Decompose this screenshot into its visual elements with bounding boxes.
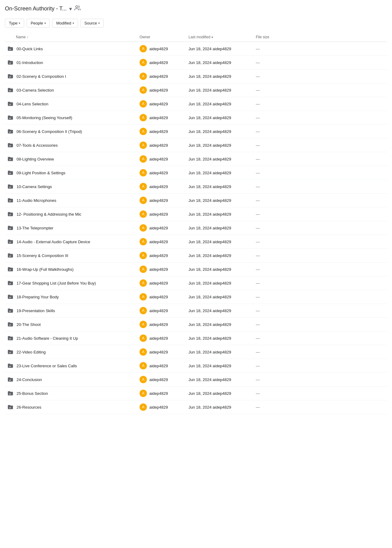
owner-cell: A aidep4829 (140, 142, 189, 149)
table-row[interactable]: 19-Presentation Skills A aidep4829 Jun 1… (5, 304, 387, 318)
table-row[interactable]: 24-Conclusion A aidep4829 Jun 18, 2024 a… (5, 373, 387, 387)
modified-cell: Jun 18, 2024 aidep4829 (189, 143, 256, 148)
owner-name: aidep4829 (149, 198, 168, 203)
table-row[interactable]: 17-Gear Shopping List (Just Before You B… (5, 276, 387, 290)
svg-point-40 (10, 311, 11, 311)
source-filter[interactable]: Source ▾ (80, 19, 104, 28)
avatar: A (140, 142, 147, 149)
table-row[interactable]: 05-Monitoring (Seeing Yourself) A aidep4… (5, 111, 387, 125)
table-row[interactable]: 13-The Teleprompter A aidep4829 Jun 18, … (5, 221, 387, 235)
name-column-header[interactable]: Name ↑ (5, 35, 140, 39)
folder-icon (7, 294, 13, 300)
avatar: A (140, 183, 147, 190)
file-name-cell: 10-Camera Settings (5, 183, 140, 190)
modified-cell: Jun 18, 2024 aidep4829 (189, 281, 256, 285)
svg-point-29 (9, 242, 10, 242)
svg-point-28 (10, 228, 11, 229)
modified-filter[interactable]: Modified ▾ (52, 19, 78, 28)
owner-cell: A aidep4829 (140, 210, 189, 218)
svg-point-14 (10, 131, 11, 132)
table-row[interactable]: 08-Lighting Overview A aidep4829 Jun 18,… (5, 152, 387, 166)
file-name-cell: 01-Introduction (5, 59, 140, 66)
size-cell: — (256, 143, 286, 148)
table-row[interactable]: 15-Scenery & Composition III A aidep4829… (5, 249, 387, 263)
table-row[interactable]: 00-Quick Links A aidep4829 Jun 18, 2024 … (5, 42, 387, 56)
owner-cell: A aidep4829 (140, 155, 189, 163)
owner-name: aidep4829 (149, 377, 168, 382)
folder-icon (7, 73, 13, 79)
table-row[interactable]: 10-Camera Settings A aidep4829 Jun 18, 2… (5, 180, 387, 194)
modified-cell: Jun 18, 2024 aidep4829 (189, 198, 256, 203)
modified-cell: Jun 18, 2024 aidep4829 (189, 157, 256, 161)
folder-icon (7, 46, 13, 52)
table-row[interactable]: 03-Camera Selection A aidep4829 Jun 18, … (5, 83, 387, 97)
file-name-cell: 08-Lighting Overview (5, 156, 140, 162)
svg-point-37 (9, 297, 10, 297)
table-row[interactable]: 18-Preparing Your Body A aidep4829 Jun 1… (5, 290, 387, 304)
avatar: A (140, 266, 147, 273)
table-row[interactable]: 23-Live Conference or Sales Calls A aide… (5, 359, 387, 373)
avatar: A (140, 128, 147, 135)
owner-cell: A aidep4829 (140, 45, 189, 52)
owner-cell: A aidep4829 (140, 307, 189, 314)
size-cell: — (256, 253, 286, 258)
svg-point-50 (10, 380, 11, 380)
owner-cell: A aidep4829 (140, 128, 189, 135)
modified-cell: Jun 18, 2024 aidep4829 (189, 391, 256, 396)
owner-name: aidep4829 (149, 143, 168, 148)
table-row[interactable]: 22-Video Editing A aidep4829 Jun 18, 202… (5, 345, 387, 359)
owner-cell: A aidep4829 (140, 73, 189, 80)
avatar: A (140, 114, 147, 121)
title-chevron-icon[interactable]: ▾ (69, 6, 72, 12)
table-row[interactable]: 06-Scenery & Composition II (Tripod) A a… (5, 125, 387, 138)
table-row[interactable]: 14-Audio - External Audio Capture Device… (5, 235, 387, 249)
table-row[interactable]: 25-Bonus Section A aidep4829 Jun 18, 202… (5, 387, 387, 400)
people-filter[interactable]: People ▾ (27, 19, 50, 28)
type-filter[interactable]: Type ▾ (5, 19, 24, 28)
table-row[interactable]: 12- Positioning & Addressing the Mic A a… (5, 207, 387, 221)
file-name-cell: 21-Audio Software - Cleaning It Up (5, 335, 140, 341)
file-name-cell: 04-Lens Selection (5, 101, 140, 107)
owner-name: aidep4829 (149, 364, 168, 368)
file-name-label: 25-Bonus Section (17, 391, 48, 396)
shared-people-icon[interactable] (74, 5, 80, 13)
size-cell: — (256, 47, 286, 51)
table-row[interactable]: 26-Resources A aidep4829 Jun 18, 2024 ai… (5, 400, 387, 414)
table-row[interactable]: 04-Lens Selection A aidep4829 Jun 18, 20… (5, 97, 387, 111)
avatar: A (140, 59, 147, 66)
table-row[interactable]: 01-Introduction A aidep4829 Jun 18, 2024… (5, 56, 387, 70)
size-cell: — (256, 184, 286, 189)
modified-cell: Jun 18, 2024 aidep4829 (189, 47, 256, 51)
owner-name: aidep4829 (149, 102, 168, 106)
folder-icon (7, 87, 13, 93)
folder-icon (7, 183, 13, 190)
people-filter-chevron-icon: ▾ (44, 21, 46, 25)
owner-cell: A aidep4829 (140, 390, 189, 397)
table-row[interactable]: 16-Wrap-Up (Full Walkthroughs) A aidep48… (5, 263, 387, 276)
avatar: A (140, 252, 147, 259)
folder-icon (7, 335, 13, 341)
table-row[interactable]: 21-Audio Software - Cleaning It Up A aid… (5, 331, 387, 345)
table-row[interactable]: 07-Tools & Accessories A aidep4829 Jun 1… (5, 138, 387, 152)
avatar: A (140, 376, 147, 383)
modified-column-header[interactable]: Last modified ▾ (189, 35, 256, 39)
file-name-cell: 24-Conclusion (5, 376, 140, 383)
file-name-label: 02-Scenery & Composition I (17, 74, 66, 79)
file-name-label: 14-Audio - External Audio Capture Device (17, 240, 90, 244)
avatar: A (140, 224, 147, 232)
table-row[interactable]: 20-The Shoot A aidep4829 Jun 18, 2024 ai… (5, 318, 387, 331)
table-row[interactable]: 09-Light Position & Settings A aidep4829… (5, 166, 387, 180)
owner-cell: A aidep4829 (140, 100, 189, 108)
page-title: On-Screen Authority - T... (5, 6, 67, 12)
avatar: A (140, 334, 147, 342)
table-row[interactable]: 11-Audio Microphones A aidep4829 Jun 18,… (5, 194, 387, 207)
size-cell: — (256, 212, 286, 217)
file-name-label: 06-Scenery & Composition II (Tripod) (17, 129, 82, 134)
folder-icon (7, 363, 13, 369)
size-cell: — (256, 308, 286, 313)
owner-name: aidep4829 (149, 74, 168, 79)
svg-point-18 (10, 159, 11, 160)
table-row[interactable]: 02-Scenery & Composition I A aidep4829 J… (5, 70, 387, 83)
size-cell: — (256, 115, 286, 120)
file-name-cell: 19-Presentation Skills (5, 308, 140, 314)
